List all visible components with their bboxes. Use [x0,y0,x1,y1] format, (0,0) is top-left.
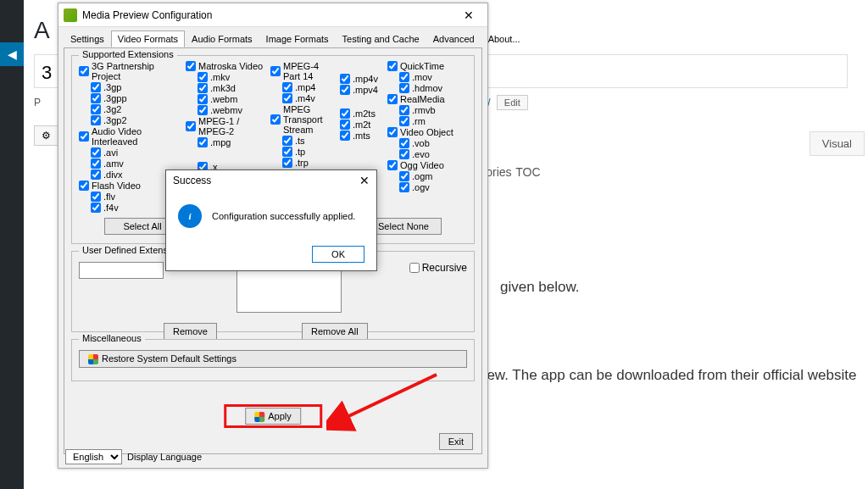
tab-video-formats[interactable]: Video Formats [111,31,185,47]
edit-permalink-button[interactable]: Edit [497,95,528,110]
chk-mts[interactable]: .mts [340,131,382,141]
ok-button[interactable]: OK [312,246,364,263]
tab-visual[interactable]: Visual [810,131,865,156]
apply-highlight: Apply [224,404,322,428]
chk-mkv[interactable]: .mkv [198,72,265,82]
chk-webmv[interactable]: .webmv [198,105,265,115]
chk-tp[interactable]: .tp [282,147,335,157]
language-select[interactable]: English [65,449,122,464]
chk-rm[interactable]: .rm [399,116,455,126]
tab-image-formats[interactable]: Image Formats [259,31,336,47]
close-icon[interactable]: ✕ [359,174,370,187]
chk-3gp[interactable]: .3gp [91,82,181,92]
chk-realmedia[interactable]: RealMedia [387,94,455,104]
chk-rmvb[interactable]: .rmvb [399,105,455,115]
close-icon[interactable]: ✕ [455,3,482,27]
chk-ogm[interactable]: .ogm [399,171,455,181]
misc-group: Miscellaneous Restore System Default Set… [71,339,475,381]
modal-message: Configuration successfully applied. [212,211,355,221]
chk-mpv4[interactable]: .mpv4 [340,85,382,95]
tab-advanced[interactable]: Advanced [426,31,481,47]
chk-recursive[interactable]: Recursive [409,262,467,274]
chk-3gpp[interactable]: .3gpp [91,93,181,103]
remove-button[interactable]: Remove [164,323,217,340]
chk-ogg-video[interactable]: Ogg Video [387,160,455,170]
shield-icon [254,412,264,422]
chk-matroska[interactable]: Matroska Video [186,61,265,71]
chk-ogv[interactable]: .ogv [399,182,455,192]
collapse-menu-button[interactable]: ◀ [0,42,24,66]
group-label-misc: Miscellaneous [79,333,145,343]
chk-3g-partnership[interactable]: 3G Partnership Project [79,61,181,81]
chk-mp4[interactable]: .mp4 [282,82,335,92]
chk-trp[interactable]: .trp [282,158,335,168]
add-media-button[interactable]: ⚙ [34,125,58,146]
chk-hdmov[interactable]: .hdmov [399,83,455,93]
chk-mp4v[interactable]: .mp4v [340,74,382,84]
chk-mpeg4[interactable]: MPEG-4 Part 14 [270,61,335,81]
chk-mpeg12[interactable]: MPEG-1 / MPEG-2 [186,116,265,136]
app-icon [64,8,77,22]
chk-ts[interactable]: .ts [282,136,335,146]
chk-quicktime[interactable]: QuickTime [387,61,455,71]
chk-avi-group[interactable]: Audio Video Interleaved [79,126,181,147]
chk-m4v[interactable]: .m4v [282,93,335,103]
chk-3g2[interactable]: .3g2 [91,104,181,114]
chk-3gp2[interactable]: .3gp2 [91,115,181,125]
tab-testing-cache[interactable]: Testing and Cache [336,31,426,47]
language-label: Display Language [127,452,202,462]
tab-audio-formats[interactable]: Audio Formats [185,31,259,47]
success-modal: Success ✕ i Configuration successfully a… [165,169,377,271]
chk-avi[interactable]: .avi [91,147,181,158]
chk-evo[interactable]: .evo [399,149,455,159]
info-icon: i [178,204,202,228]
dialog-title: Media Preview Configuration [82,3,212,27]
group-label: Supported Extensions [79,49,177,59]
chk-m2t[interactable]: .m2t [340,119,382,130]
chk-mov[interactable]: .mov [399,72,455,82]
group-label-ude: User Defined Extens [79,245,171,255]
chk-video-object[interactable]: Video Object [387,127,455,137]
wp-admin-sidebar: ◀ [0,0,24,489]
remove-all-button[interactable]: Remove All [302,323,368,340]
chk-webm[interactable]: .webm [198,94,265,104]
tab-settings[interactable]: Settings [64,31,111,47]
chk-amv[interactable]: .amv [91,158,181,169]
chk-mpeg-ts[interactable]: MPEG Transport Stream [270,104,335,135]
restore-defaults-button[interactable]: Restore System Default Settings [79,350,467,368]
exit-button[interactable]: Exit [439,433,473,450]
tab-about[interactable]: About... [481,31,527,47]
ude-input[interactable] [79,262,164,279]
chk-vob[interactable]: .vob [399,138,455,148]
chk-mpg[interactable]: .mpg [198,137,265,147]
shield-icon [88,354,98,364]
chk-mk3d[interactable]: .mk3d [198,83,265,93]
apply-button[interactable]: Apply [245,408,301,425]
modal-title: Success [173,175,211,186]
chk-m2ts[interactable]: .m2ts [340,108,382,119]
dialog-tabs: Settings Video Formats Audio Formats Ima… [64,31,482,47]
